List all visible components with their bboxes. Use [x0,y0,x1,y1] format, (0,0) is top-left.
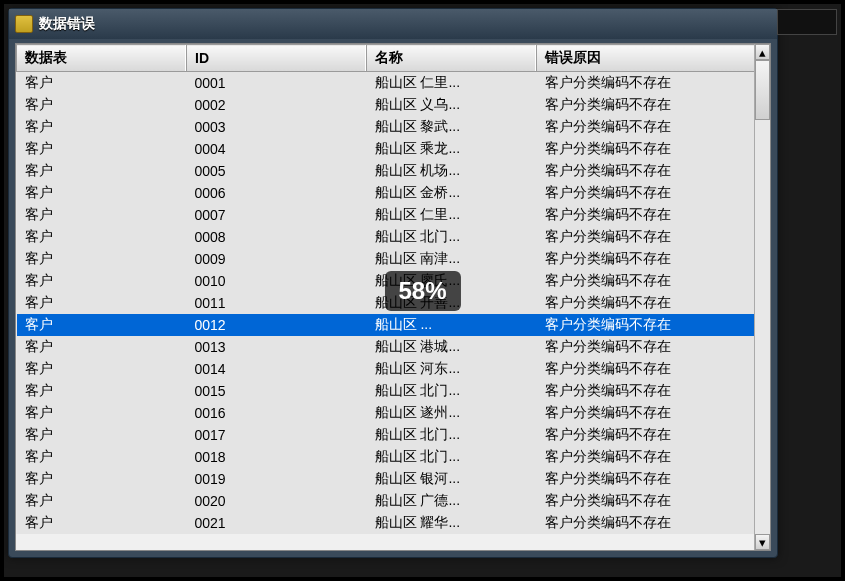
cell-id: 0018 [187,446,367,468]
scroll-up-button[interactable]: ▴ [755,44,770,60]
cell-name: 船山区 南津... [367,248,537,270]
cell-error: 客户分类编码不存在 [537,446,770,468]
cell-name: 船山区 银河... [367,468,537,490]
cell-name: 船山区 河东... [367,358,537,380]
cell-id: 0010 [187,270,367,292]
table-row[interactable]: 客户0008船山区 北门...客户分类编码不存在 [17,226,770,248]
cell-error: 客户分类编码不存在 [537,72,770,95]
header-row: 数据表 ID 名称 错误原因 [17,45,770,72]
cell-error: 客户分类编码不存在 [537,204,770,226]
cell-error: 客户分类编码不存在 [537,512,770,534]
cell-id: 0020 [187,490,367,512]
cell-id: 0003 [187,116,367,138]
cell-error: 客户分类编码不存在 [537,336,770,358]
cell-name: 船山区 北门... [367,226,537,248]
cell-name: 船山区 机场... [367,160,537,182]
table-row[interactable]: 客户0004船山区 乘龙...客户分类编码不存在 [17,138,770,160]
cell-error: 客户分类编码不存在 [537,116,770,138]
table-row[interactable]: 客户0005船山区 机场...客户分类编码不存在 [17,160,770,182]
table-row[interactable]: 客户0021船山区 耀华...客户分类编码不存在 [17,512,770,534]
cell-table: 客户 [17,358,187,380]
cell-error: 客户分类编码不存在 [537,424,770,446]
cell-table: 客户 [17,226,187,248]
cell-name: 船山区 耀华... [367,512,537,534]
col-header-id[interactable]: ID [187,45,367,72]
cell-name: 船山区 北门... [367,424,537,446]
table-row[interactable]: 客户0019船山区 银河...客户分类编码不存在 [17,468,770,490]
col-header-name[interactable]: 名称 [367,45,537,72]
col-header-table[interactable]: 数据表 [17,45,187,72]
cell-name: 船山区 仁里... [367,72,537,95]
cell-error: 客户分类编码不存在 [537,94,770,116]
cell-name: 船山区 金桥... [367,182,537,204]
cell-table: 客户 [17,424,187,446]
cell-name: 船山区 黎武... [367,116,537,138]
table-row[interactable]: 客户0012船山区 ...客户分类编码不存在 [17,314,770,336]
table-row[interactable]: 客户0007船山区 仁里...客户分类编码不存在 [17,204,770,226]
table-row[interactable]: 客户0001船山区 仁里...客户分类编码不存在 [17,72,770,95]
cell-name: 船山区 北门... [367,380,537,402]
cell-table: 客户 [17,380,187,402]
cell-error: 客户分类编码不存在 [537,314,770,336]
cell-error: 客户分类编码不存在 [537,380,770,402]
cell-table: 客户 [17,182,187,204]
cell-table: 客户 [17,336,187,358]
table-row[interactable]: 客户0020船山区 广德...客户分类编码不存在 [17,490,770,512]
table-row[interactable]: 客户0018船山区 北门...客户分类编码不存在 [17,446,770,468]
cell-id: 0014 [187,358,367,380]
cell-error: 客户分类编码不存在 [537,270,770,292]
cell-id: 0001 [187,72,367,95]
table-row[interactable]: 客户0016船山区 遂州...客户分类编码不存在 [17,402,770,424]
col-header-error[interactable]: 错误原因 [537,45,770,72]
cell-name: 船山区 广德... [367,490,537,512]
cell-error: 客户分类编码不存在 [537,138,770,160]
cell-name: 船山区 仁里... [367,204,537,226]
cell-error: 客户分类编码不存在 [537,358,770,380]
cell-name: 船山区 ... [367,314,537,336]
cell-table: 客户 [17,138,187,160]
table-row[interactable]: 客户0013船山区 港城...客户分类编码不存在 [17,336,770,358]
cell-table: 客户 [17,248,187,270]
cell-table: 客户 [17,292,187,314]
cell-id: 0017 [187,424,367,446]
table-row[interactable]: 客户0009船山区 南津...客户分类编码不存在 [17,248,770,270]
table-row[interactable]: 客户0014船山区 河东...客户分类编码不存在 [17,358,770,380]
cell-id: 0016 [187,402,367,424]
window-icon [15,15,33,33]
table-row[interactable]: 客户0015船山区 北门...客户分类编码不存在 [17,380,770,402]
cell-error: 客户分类编码不存在 [537,292,770,314]
cell-error: 客户分类编码不存在 [537,248,770,270]
cell-id: 0015 [187,380,367,402]
cell-id: 0005 [187,160,367,182]
window-control-strip[interactable] [777,9,837,35]
table-row[interactable]: 客户0017船山区 北门...客户分类编码不存在 [17,424,770,446]
cell-id: 0008 [187,226,367,248]
cell-table: 客户 [17,490,187,512]
cell-id: 0007 [187,204,367,226]
cell-id: 0009 [187,248,367,270]
cell-id: 0013 [187,336,367,358]
cell-id: 0011 [187,292,367,314]
cell-table: 客户 [17,72,187,95]
titlebar[interactable]: 数据错误 [9,9,777,39]
progress-label: 58% [398,277,446,304]
table-row[interactable]: 客户0006船山区 金桥...客户分类编码不存在 [17,182,770,204]
table-row[interactable]: 客户0002船山区 义乌...客户分类编码不存在 [17,94,770,116]
cell-id: 0021 [187,512,367,534]
scroll-down-button[interactable]: ▾ [755,534,770,550]
table-row[interactable]: 客户0003船山区 黎武...客户分类编码不存在 [17,116,770,138]
cell-table: 客户 [17,402,187,424]
cell-table: 客户 [17,270,187,292]
cell-error: 客户分类编码不存在 [537,182,770,204]
cell-table: 客户 [17,512,187,534]
cell-table: 客户 [17,204,187,226]
cell-id: 0012 [187,314,367,336]
cell-error: 客户分类编码不存在 [537,490,770,512]
cell-name: 船山区 乘龙... [367,138,537,160]
cell-table: 客户 [17,446,187,468]
cell-error: 客户分类编码不存在 [537,160,770,182]
scroll-thumb[interactable] [755,60,770,120]
vertical-scrollbar[interactable]: ▴ ▾ [754,44,770,550]
cell-name: 船山区 港城... [367,336,537,358]
cell-error: 客户分类编码不存在 [537,468,770,490]
